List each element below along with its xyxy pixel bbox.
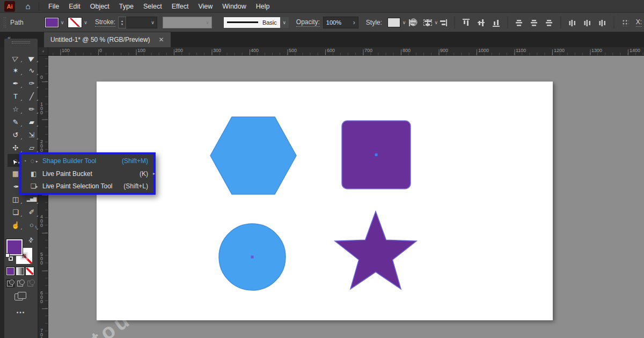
live-paint-bucket-item[interactable]: ◧Live Paint Bucket(K)▸ (21, 167, 153, 180)
color-button[interactable] (6, 267, 14, 275)
star-shape[interactable] (335, 211, 416, 289)
distribute-bottom-icon[interactable] (545, 19, 553, 26)
hand-tool-icon: ☝ (11, 221, 20, 229)
artboard-tool[interactable]: ❏ (8, 205, 24, 218)
chevron-down-icon: ∨ (149, 20, 157, 25)
gradient-button[interactable] (16, 267, 24, 275)
curvature-tool-icon: ✑ (29, 79, 35, 87)
ruler-origin-corner[interactable]: + (39, 47, 48, 56)
h-ruler-label-0: 0 (99, 48, 102, 53)
brush-dropdown-button[interactable]: ∨ (280, 17, 289, 28)
shape-builder-tool-item-icon: ◌▸ (31, 157, 42, 165)
stroke-label[interactable]: Stroke: (95, 18, 115, 27)
zoom-tool[interactable]: ○\ (24, 218, 40, 231)
hand-tool[interactable]: ☝ (8, 218, 24, 231)
direct-selection-tool[interactable]: ▶ (24, 51, 40, 64)
opacity-label[interactable]: Opacity: (296, 18, 320, 27)
vertical-ruler[interactable]: 01 0 02 0 04 0 05 0 06 0 07 0 0 (39, 56, 48, 338)
eraser-tool[interactable]: ▰ (24, 115, 40, 128)
menu-item-effect[interactable]: Effect (167, 0, 194, 13)
variable-width-profile-dropdown[interactable]: ∨ (163, 17, 212, 28)
stroke-weight-dropdown[interactable]: ∨ (126, 17, 157, 28)
menu-item-edit[interactable]: Edit (64, 0, 85, 13)
align-left-icon[interactable] (409, 19, 417, 26)
edit-toolbar-ellipsis[interactable]: ••• (4, 310, 38, 315)
selection-tool[interactable]: ▷ (8, 51, 24, 64)
scale-tool[interactable]: ⇲ (24, 128, 40, 141)
type-tool[interactable]: T (8, 90, 24, 102)
shaper-tool[interactable]: ✎ (8, 115, 24, 128)
draw-normal-icon[interactable] (6, 279, 15, 288)
hexagon-shape[interactable] (210, 117, 296, 194)
fill-color-dropdown[interactable]: ∨ (45, 18, 67, 27)
align-top-icon[interactable] (463, 19, 470, 27)
flyout-item-label: Shape Builder Tool (42, 157, 122, 165)
align-bottom-icon[interactable] (493, 19, 500, 27)
menu-item-window[interactable]: Window (217, 0, 251, 13)
h-ruler-label-1000: 1000 (478, 48, 489, 53)
shape-builder-tool-item[interactable]: ▪◌▸Shape Builder Tool(Shift+M) (21, 155, 153, 167)
menu-item-view[interactable]: View (193, 0, 217, 13)
brush-definition-dropdown[interactable]: Basic (224, 17, 280, 28)
opacity-menu-icon[interactable]: › (353, 19, 355, 26)
eraser-tool-icon: ▰ (29, 118, 34, 126)
illustrator-logo-icon[interactable]: Ai (4, 1, 15, 12)
align-vertical-center-icon[interactable] (478, 19, 485, 27)
menu-item-help[interactable]: Help (251, 0, 275, 13)
stepper-down-icon[interactable]: ▾ (121, 23, 123, 26)
pen-tool[interactable]: ✒ (8, 77, 24, 90)
none-button[interactable] (26, 267, 34, 275)
draw-behind-icon[interactable] (16, 279, 25, 288)
magic-wand-tool[interactable]: ✶ (8, 64, 24, 77)
distribute-top-icon[interactable] (515, 19, 523, 26)
live-paint-selection-tool-item[interactable]: ❏▸Live Paint Selection Tool(Shift+L) (21, 180, 153, 193)
stroke-color-swatch[interactable] (68, 18, 82, 27)
stroke-weight-stepper[interactable]: ▴ ▾ (118, 17, 126, 28)
x-coordinate-label[interactable]: X: (636, 18, 642, 27)
menu-item-file[interactable]: File (43, 0, 64, 13)
menu-item-type[interactable]: Type (114, 0, 138, 13)
slice-tool[interactable]: ✐ (24, 205, 40, 218)
control-bar-grip[interactable] (3, 17, 6, 28)
canvas-area[interactable]: Perfect Rretouching inc. (48, 56, 644, 338)
menu-item-object[interactable]: Object (85, 0, 114, 13)
stroke-color-dropdown[interactable]: ∨ (68, 18, 90, 27)
curvature-tool[interactable]: ✑ (24, 77, 40, 90)
eyedropper-tool-icon: ✒ (13, 182, 19, 190)
opacity-field[interactable]: 100% › (323, 17, 358, 28)
lasso-tool[interactable]: ∿ (24, 64, 40, 77)
document-tab[interactable]: Untitled-1* @ 50 % (RGB/Preview) ✕ (44, 32, 171, 47)
fill-color-swatch[interactable] (45, 18, 58, 27)
home-icon[interactable]: ⌂ (23, 2, 33, 11)
mesh-tool-icon: ▦ (12, 170, 19, 178)
distribute-vertical-center-icon[interactable] (530, 19, 538, 26)
rotate-tool[interactable]: ↺ (8, 128, 24, 141)
distribute-right-icon[interactable] (599, 19, 606, 27)
rotate-tool-icon: ↺ (13, 131, 19, 139)
align-horizontal-center-icon[interactable] (424, 19, 432, 26)
close-tab-icon[interactable]: ✕ (159, 36, 164, 43)
swap-fill-stroke-icon[interactable]: ⇄ (27, 236, 35, 245)
distribute-left-icon[interactable] (569, 19, 576, 27)
paintbrush-tool[interactable]: ✏ (24, 102, 40, 115)
draw-inside-icon[interactable] (26, 279, 35, 288)
graphic-style-dropdown[interactable]: ∨ (387, 18, 408, 27)
distribute-horizontal-center-icon[interactable] (584, 19, 591, 27)
menu-item-select[interactable]: Select (138, 0, 167, 13)
transform-grid-icon[interactable] (621, 19, 629, 26)
horizontal-ruler[interactable]: 1000100200300400500600700800900100011001… (48, 47, 644, 56)
column-graph-tool-icon: ▂▅▇ (27, 197, 36, 202)
change-screen-mode-icon[interactable] (14, 292, 26, 300)
align-right-icon[interactable] (439, 19, 447, 26)
line-segment-tool[interactable]: ╱ (24, 90, 40, 102)
graphic-style-swatch[interactable] (387, 18, 400, 27)
live-paint-selection-tool-item-icon: ❏▸ (31, 182, 42, 190)
default-fill-stroke-icon[interactable] (5, 253, 13, 261)
chevron-down-icon: ∨ (281, 20, 289, 25)
style-label: Style: (366, 19, 382, 26)
toolbar-grip[interactable] (12, 41, 30, 43)
h-ruler-label-300: 300 (213, 48, 221, 53)
h-ruler-label-900: 900 (440, 48, 448, 53)
star-tool[interactable]: ☆ (8, 102, 24, 115)
v-ruler-label-500: 5 0 0 (40, 252, 43, 265)
